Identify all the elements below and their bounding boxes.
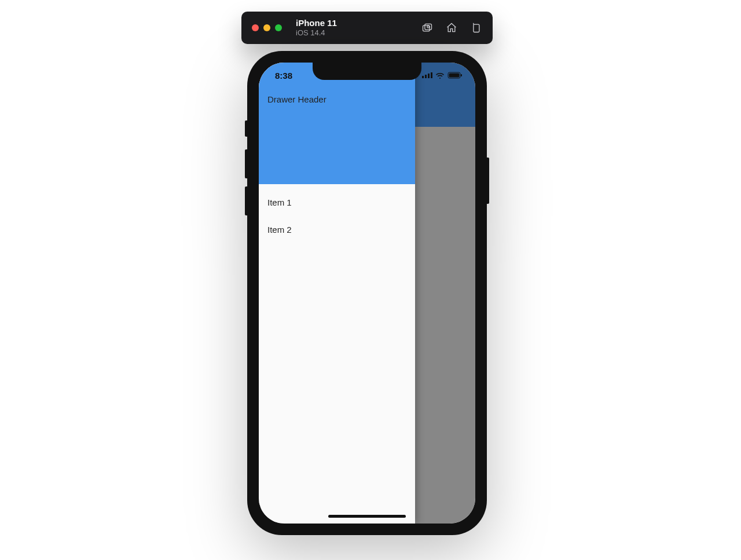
silence-switch (245, 120, 247, 137)
status-time: 8:38 (275, 71, 292, 80)
simulator-device-name: iPhone 11 (296, 18, 421, 28)
volume-up-button (245, 149, 247, 178)
device-frame: Drawer Header Item 1 Item 2 8:38 (247, 51, 487, 535)
drawer-item-1[interactable]: Item 1 (259, 189, 415, 216)
volume-down-button (245, 186, 247, 215)
svg-rect-1 (425, 24, 432, 30)
drawer-header-title: Drawer Header (267, 94, 406, 104)
simulator-actions (421, 21, 482, 34)
simulator-title-block: iPhone 11 iOS 14.4 (296, 18, 421, 38)
window-minimize-button[interactable] (263, 24, 270, 31)
window-close-button[interactable] (252, 24, 259, 31)
drawer-content: Item 1 Item 2 (259, 184, 415, 243)
home-indicator[interactable] (328, 515, 406, 518)
svg-rect-6 (461, 74, 462, 76)
simulator-os-version: iOS 14.4 (296, 28, 421, 38)
wifi-icon (435, 72, 445, 79)
rotate-icon[interactable] (469, 21, 482, 34)
status-indicators (422, 72, 463, 79)
home-icon[interactable] (445, 21, 458, 34)
cellular-signal-icon (422, 72, 432, 78)
svg-point-2 (427, 26, 430, 28)
device-screen: Drawer Header Item 1 Item 2 8:38 (259, 63, 475, 524)
simulator-toolbar: iPhone 11 iOS 14.4 (241, 12, 493, 44)
window-traffic-lights (252, 24, 282, 31)
device-notch (313, 63, 421, 80)
device-frame-wrap: Drawer Header Item 1 Item 2 8:38 (247, 51, 487, 535)
navigation-drawer: Drawer Header Item 1 Item 2 (259, 63, 415, 524)
window-zoom-button[interactable] (275, 24, 282, 31)
svg-rect-5 (449, 74, 460, 78)
drawer-item-2[interactable]: Item 2 (259, 216, 415, 243)
battery-icon (447, 72, 463, 79)
power-button (486, 158, 489, 204)
screenshot-icon[interactable] (421, 21, 434, 34)
svg-rect-3 (474, 24, 479, 32)
